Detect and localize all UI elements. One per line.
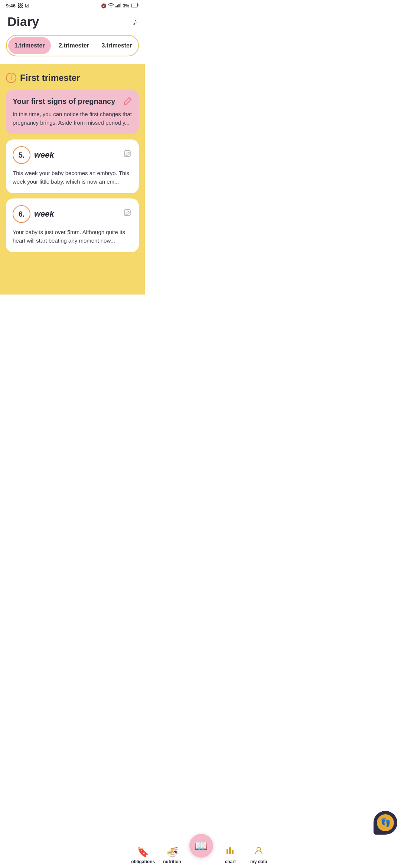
- header: Diary ♪: [0, 10, 145, 35]
- status-right: 🔇 3%: [101, 3, 139, 9]
- week-6-circle: 6.: [13, 205, 30, 223]
- tab-trimester-2[interactable]: 2.trimester: [52, 37, 95, 54]
- week-5-label: week: [34, 150, 54, 160]
- svg-rect-0: [115, 6, 117, 7]
- trimester-tabs: 1.trimester 2.trimester 3.trimester: [6, 35, 139, 56]
- checkbox-icon: ☑: [25, 3, 29, 9]
- svg-rect-3: [120, 3, 121, 7]
- yellow-section: i First trimester Your first signs of pr…: [0, 64, 145, 295]
- status-bar: 9:46 🖼 ☑ 🔇 3%: [0, 0, 145, 10]
- section-header: i First trimester: [6, 73, 139, 83]
- week-6-header: 6. week: [13, 205, 132, 223]
- svg-rect-5: [131, 4, 132, 7]
- music-icon[interactable]: ♪: [133, 16, 137, 27]
- svg-rect-1: [117, 5, 118, 7]
- gallery-icon: 🖼: [18, 3, 23, 9]
- wifi-icon: [108, 3, 114, 9]
- week-5-text: This week your baby becomes an embryo. T…: [13, 169, 132, 186]
- time-display: 9:46: [6, 3, 16, 9]
- status-left: 9:46 🖼 ☑: [6, 3, 29, 9]
- week-5-header: 5. week: [13, 146, 132, 164]
- week-6-card: 6. week Your baby is just over 5mm. Alth…: [6, 198, 139, 252]
- week-5-edit-icon[interactable]: [123, 149, 132, 161]
- info-icon: i: [6, 73, 16, 83]
- pink-card-text: In this time, you can notice the first c…: [13, 110, 132, 127]
- signal-icon: [115, 3, 121, 9]
- page-title: Diary: [7, 14, 39, 29]
- pink-card-edit-icon[interactable]: [123, 96, 132, 108]
- week-5-circle: 5.: [13, 146, 30, 164]
- tab-trimester-3[interactable]: 3.trimester: [95, 37, 138, 54]
- week-6-text: Your baby is just over 5mm. Although qui…: [13, 228, 132, 245]
- battery-icon: [131, 3, 139, 9]
- svg-rect-2: [118, 4, 120, 7]
- mute-icon: 🔇: [101, 3, 107, 9]
- week-6-edit-icon[interactable]: [123, 208, 132, 220]
- section-title: First trimester: [20, 73, 80, 83]
- pink-card: Your first signs of pregnancy In this ti…: [6, 90, 139, 134]
- tab-trimester-1[interactable]: 1.trimester: [8, 37, 51, 54]
- battery-display: 3%: [123, 3, 129, 9]
- week-6-number-wrap: 6. week: [13, 205, 54, 223]
- week-5-card: 5. week This week your baby becomes an e…: [6, 139, 139, 193]
- week-6-label: week: [34, 209, 54, 219]
- week-5-number-wrap: 5. week: [13, 146, 54, 164]
- pink-card-title: Your first signs of pregnancy: [13, 97, 132, 106]
